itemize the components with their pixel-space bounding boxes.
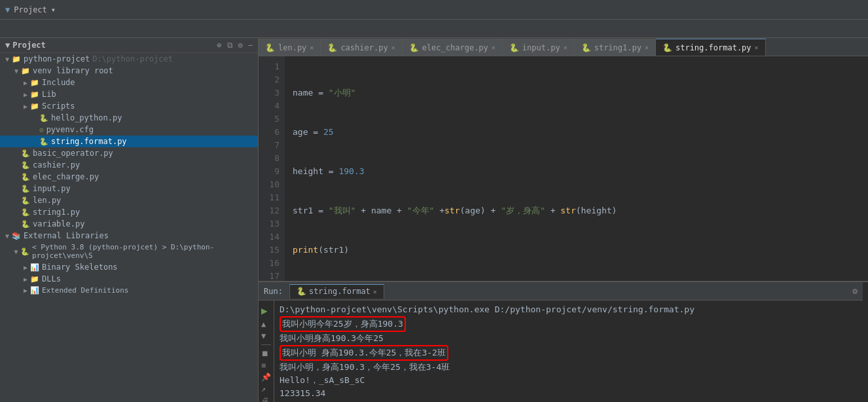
- tree-label-lib: Lib: [42, 90, 56, 99]
- printer-icon[interactable]: 🖨: [261, 396, 271, 402]
- tree-label-python38: < Python 3.8 (python-projcet) > D:\pytho…: [32, 243, 258, 260]
- title-bar: ▼ Project ▾: [0, 0, 868, 20]
- editor-tabs: 🐍 len.py ✕ 🐍 cashier.py ✕ 🐍 elec_charge.…: [259, 38, 868, 56]
- bottom-tab-row: Run: 🐍 string.format ✕ ⚙: [259, 282, 868, 301]
- settings-icon[interactable]: ⚙: [238, 41, 243, 50]
- main-area: ▼ Project ⊕ ⧉ ⚙ − ▼ 📁 python-projcet D:\…: [0, 38, 868, 402]
- tree-label-elec: elec_charge.py: [33, 172, 99, 181]
- tab-string-format[interactable]: 🐍 string.format.py ✕: [656, 39, 766, 56]
- tree-label-venv: venv library root: [33, 66, 113, 75]
- tab-close-cashier[interactable]: ✕: [391, 44, 395, 51]
- code-editor[interactable]: name = "小明" age = 25 height = 190.3 str1…: [285, 56, 868, 281]
- bottom-left-icons: ▶ ▲ ▼ ⏹ ≡ 📌 ↗ 🖨: [259, 301, 274, 402]
- separator: [261, 344, 271, 345]
- tab-label-cashier: cashier.py: [340, 43, 388, 52]
- stop-icon[interactable]: ⏹: [261, 349, 271, 358]
- tab-label-string1: string1.py: [594, 43, 642, 52]
- run-tab-icon: 🐍: [297, 287, 306, 296]
- project-icon: ▼: [5, 5, 10, 14]
- tree-label-external: External Libraries: [24, 231, 109, 240]
- gear-icon[interactable]: ⚙: [852, 286, 858, 296]
- tab-icon-input: 🐍: [509, 43, 519, 52]
- tree-item-lib[interactable]: ▶ 📁 Lib: [0, 88, 258, 100]
- code-line-5: print(str1): [293, 244, 868, 257]
- tab-close-input[interactable]: ✕: [564, 44, 568, 51]
- list-icon[interactable]: ≡: [261, 361, 271, 370]
- output-text-2: 我叫小明身高190.3今年25: [280, 332, 384, 345]
- tree-label-binary: Binary Skeletons: [42, 263, 118, 272]
- tree-label-scripts: Scripts: [42, 101, 75, 111]
- tree-item-venv[interactable]: ▼ 📁 venv library root: [0, 65, 258, 77]
- tree-item-basic[interactable]: ▶ 🐍 basic_operator.py: [0, 147, 258, 159]
- tab-cashier[interactable]: 🐍 cashier.py ✕: [321, 39, 402, 56]
- play-icon[interactable]: ▶: [261, 304, 271, 317]
- tab-icon-string-format: 🐍: [662, 43, 672, 52]
- tab-label-input: input.py: [522, 43, 560, 52]
- tree-label-dlls: DLLs: [42, 274, 61, 283]
- tree-item-dlls[interactable]: ▶ 📁 DLLs: [0, 273, 258, 285]
- tree-label-hello: hello_python.py: [51, 113, 122, 122]
- tab-string1[interactable]: 🐍 string1.py ✕: [575, 39, 656, 56]
- tab-label-len: len.py: [278, 43, 306, 52]
- output-line-1: 我叫小明今年25岁，身高190.3: [280, 316, 863, 332]
- tree-item-pyvenv[interactable]: ▶ ⚙ pyvenv.cfg: [0, 124, 258, 136]
- tab-elec[interactable]: 🐍 elec_charge.py ✕: [403, 39, 503, 56]
- tree-item-python38[interactable]: ▼ 🐍 < Python 3.8 (python-projcet) > D:\p…: [0, 242, 258, 261]
- add-icon[interactable]: ⊕: [217, 41, 221, 50]
- tree-label-len: len.py: [33, 196, 61, 205]
- tree-path: D:\python-projcet: [92, 54, 173, 64]
- bottom-tab-run[interactable]: 🐍 string.format ✕: [289, 284, 384, 299]
- tree-item-scripts[interactable]: ▶ 📁 Scripts: [0, 100, 258, 112]
- sidebar-header-icons: ⊕ ⧉ ⚙ −: [217, 41, 253, 50]
- title-dropdown-icon[interactable]: ▾: [51, 5, 56, 14]
- tree-label-cashier: cashier.py: [33, 160, 80, 170]
- code-line-2: age = 25: [293, 126, 868, 139]
- tree-label-basic: basic_operator.py: [33, 149, 113, 158]
- code-line-4: str1 = "我叫" + name + "今年" +str(age) + "岁…: [293, 204, 868, 217]
- code-line-3: height = 190.3: [293, 165, 868, 178]
- run-tab-close[interactable]: ✕: [373, 288, 377, 295]
- tree-item[interactable]: ▼ 📁 python-projcet D:\python-projcet: [0, 53, 258, 65]
- tab-input[interactable]: 🐍 input.py ✕: [503, 39, 575, 56]
- sidebar-arrow: ▼: [5, 41, 10, 50]
- down-arrow-icon[interactable]: ▼: [261, 331, 271, 340]
- up-arrow-icon[interactable]: ▲: [261, 320, 271, 329]
- output-text-1: 我叫小明今年25岁，身高190.3: [280, 316, 406, 332]
- tab-icon-len: 🐍: [265, 43, 275, 52]
- tab-close-len[interactable]: ✕: [310, 44, 314, 51]
- tree-item-include[interactable]: ▶ 📁 Include: [0, 77, 258, 88]
- pin-icon[interactable]: 📌: [261, 373, 271, 382]
- line-numbers: 1 2 3 4 5 6 7 8 9 10 11 12 13 14 15 16 1…: [259, 56, 285, 281]
- output-text-5: Hello!，_sA_sB_sC: [280, 374, 365, 387]
- tree-item-extended[interactable]: ▶ 📊 Extended Definitions: [0, 285, 258, 296]
- external-icon[interactable]: ↗: [261, 384, 271, 393]
- tree-label-string1: string1.py: [33, 208, 80, 217]
- layout-icon[interactable]: ⧉: [227, 41, 233, 50]
- tab-icon-string1: 🐍: [581, 43, 591, 52]
- tree-item-hello[interactable]: ▶ 🐍 hello_python.py: [0, 112, 258, 124]
- tab-close-string1[interactable]: ✕: [645, 44, 649, 51]
- tree-item-string1[interactable]: ▶ 🐍 string1.py: [0, 206, 258, 218]
- output-line-3: 我叫小明 身高190.3.今年25，我在3-2班: [280, 345, 863, 361]
- output-line-2: 我叫小明身高190.3今年25: [280, 332, 863, 345]
- title-project-label: Project: [14, 5, 47, 14]
- tree-item-elec[interactable]: ▶ 🐍 elec_charge.py: [0, 171, 258, 183]
- minimize-icon[interactable]: −: [248, 41, 253, 50]
- sidebar-title: Project: [12, 41, 46, 50]
- tree-item-variable[interactable]: ▶ 🐍 variable.py: [0, 218, 258, 230]
- tab-close-elec[interactable]: ✕: [492, 44, 496, 51]
- tab-close-string-format[interactable]: ✕: [755, 44, 759, 51]
- tree-item-external[interactable]: ▼ 📚 External Libraries: [0, 230, 258, 242]
- tree-item-binary[interactable]: ▶ 📊 Binary Skeletons: [0, 261, 258, 273]
- output-text-6: 123315.34: [280, 387, 325, 400]
- tree-item-string-format[interactable]: ▶ 🐍 string.format.py: [0, 136, 258, 147]
- tree-item-input[interactable]: ▶ 🐍 input.py: [0, 183, 258, 194]
- tree-label-string-format: string.format.py: [51, 137, 127, 146]
- sidebar-header: ▼ Project ⊕ ⧉ ⚙ −: [0, 38, 258, 53]
- tree-item-cashier[interactable]: ▶ 🐍 cashier.py: [0, 159, 258, 171]
- tab-bar: [0, 20, 868, 38]
- tree-item-len[interactable]: ▶ 🐍 len.py: [0, 194, 258, 206]
- output-text-3: 我叫小明 身高190.3.今年25，我在3-2班: [280, 345, 448, 361]
- tab-len[interactable]: 🐍 len.py ✕: [259, 39, 321, 56]
- run-label: Run:: [264, 287, 283, 296]
